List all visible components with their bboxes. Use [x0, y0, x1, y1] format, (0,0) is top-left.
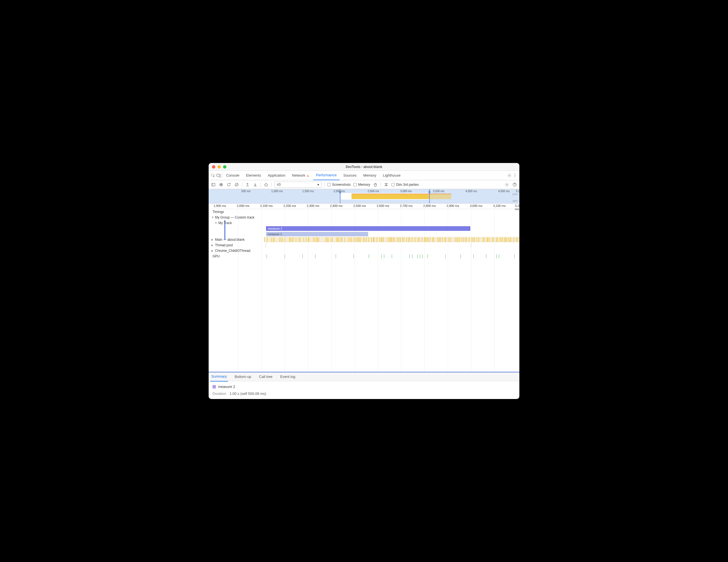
help-icon[interactable]: [512, 182, 517, 187]
device-icon[interactable]: [216, 173, 221, 178]
svg-rect-7: [212, 183, 215, 186]
measure2-row: measure 2: [209, 226, 519, 231]
chevron-down-icon[interactable]: ▼: [215, 221, 218, 224]
svg-point-5: [515, 175, 515, 176]
detail-tabs: Summary Bottom-up Call tree Event log: [209, 372, 519, 381]
measure-1-bar[interactable]: measure 1: [266, 232, 368, 236]
summary-swatch: [213, 385, 216, 389]
duration-value: 1.00 s (self 500.08 ms): [229, 392, 266, 396]
track-my-track[interactable]: ▼My Track: [209, 220, 519, 226]
summary-name: measure 2: [218, 385, 235, 389]
settings-gear-icon[interactable]: [504, 182, 509, 187]
tab-call-tree[interactable]: Call tree: [258, 372, 274, 382]
warning-icon: ▲: [306, 174, 309, 177]
track-childio[interactable]: ▶Chrome_ChildIOThread: [209, 248, 519, 253]
svg-point-4: [515, 173, 515, 174]
memory-checkbox[interactable]: Memory: [353, 183, 370, 186]
traffic-lights: [212, 165, 226, 168]
screenshots-checkbox[interactable]: Screenshots: [327, 183, 351, 186]
track-main[interactable]: ▶Main — about:blank: [209, 237, 519, 242]
tab-console[interactable]: Console: [223, 171, 242, 180]
cpu-label: CPU: [512, 193, 518, 196]
window-title: DevTools - about:blank: [346, 165, 382, 169]
track-thread-pool[interactable]: ▶Thread pool: [209, 242, 519, 248]
tab-event-log[interactable]: Event log: [279, 372, 296, 382]
svg-rect-0: [211, 174, 214, 176]
minimize-icon[interactable]: [218, 165, 221, 168]
shortcuts-icon[interactable]: [384, 182, 389, 187]
chevron-down-icon: ▾: [317, 183, 319, 186]
net-label: NET: [513, 200, 518, 202]
inspect-icon[interactable]: [211, 173, 215, 178]
timeline-overview[interactable]: 500 ms 1,000 ms 1,500 ms 2,000 ms 2,500 …: [209, 189, 519, 203]
summary-panel: measure 2 Duration 1.00 s (self 500.08 m…: [209, 381, 519, 399]
svg-line-12: [236, 183, 238, 186]
zoom-icon[interactable]: [223, 165, 226, 168]
track-gpu[interactable]: GPU: [209, 253, 519, 259]
tab-application[interactable]: Application: [265, 171, 288, 180]
gear-icon[interactable]: [507, 173, 512, 178]
flame-chart[interactable]: 1,900 ms 2,000 ms 2,100 ms 2,200 ms 2,30…: [209, 203, 519, 372]
more-icon[interactable]: [513, 173, 517, 178]
tab-bottom-up[interactable]: Bottom-up: [234, 372, 252, 382]
chevron-down-icon[interactable]: ▼: [211, 216, 214, 219]
chevron-right-icon[interactable]: ▶: [211, 238, 214, 241]
tab-summary[interactable]: Summary: [210, 372, 228, 382]
measure-2-bar[interactable]: measure 2: [266, 226, 470, 231]
record-icon[interactable]: [219, 182, 224, 187]
tab-memory[interactable]: Memory: [360, 171, 379, 180]
duration-label: Duration: [213, 392, 226, 396]
tab-performance[interactable]: Performance: [313, 171, 339, 180]
track-timings[interactable]: Timings: [209, 209, 519, 215]
gc-icon[interactable]: [373, 182, 378, 187]
svg-point-15: [506, 184, 507, 185]
home-icon[interactable]: [264, 182, 269, 187]
chevron-right-icon[interactable]: ▶: [211, 249, 214, 252]
recording-select[interactable]: #3 ▾: [274, 181, 322, 188]
flame-body: Timings ▼My Group — Custom track ▼My Tra…: [209, 209, 519, 372]
reload-icon[interactable]: [226, 182, 231, 187]
overview-selection[interactable]: [340, 189, 430, 203]
dim-checkbox[interactable]: Dim 3rd parties: [391, 183, 419, 186]
upload-icon[interactable]: [245, 182, 250, 187]
clear-icon[interactable]: [234, 182, 239, 187]
tab-sources[interactable]: Sources: [341, 171, 360, 180]
panel-tabs: Console Elements Application Network ▲ P…: [209, 171, 519, 180]
chevron-right-icon[interactable]: ▶: [211, 244, 214, 246]
titlebar: DevTools - about:blank: [209, 163, 519, 171]
separator: [222, 173, 222, 178]
tab-lighthouse[interactable]: Lighthouse: [380, 171, 403, 180]
close-icon[interactable]: [212, 165, 215, 168]
download-icon[interactable]: [253, 182, 258, 187]
toggle-sidebar-icon[interactable]: [211, 182, 216, 187]
devtools-window: DevTools - about:blank Console Elements …: [209, 163, 519, 399]
svg-point-10: [221, 184, 222, 185]
svg-point-3: [509, 175, 510, 176]
performance-toolbar: #3 ▾ Screenshots Memory Dim 3rd parties: [209, 180, 519, 189]
tab-network[interactable]: Network ▲: [289, 171, 312, 180]
detail-ruler: 1,900 ms 2,000 ms 2,100 ms 2,200 ms 2,30…: [209, 203, 519, 209]
measure1-row: measure 1: [209, 231, 519, 237]
recording-label: #3: [277, 183, 280, 186]
selection-handle-right[interactable]: [429, 191, 430, 193]
track-group-my-group[interactable]: ▼My Group — Custom track: [209, 215, 519, 220]
svg-point-6: [515, 176, 515, 177]
selection-handle-left[interactable]: [339, 191, 341, 193]
svg-rect-2: [219, 175, 221, 177]
tab-elements[interactable]: Elements: [243, 171, 264, 180]
